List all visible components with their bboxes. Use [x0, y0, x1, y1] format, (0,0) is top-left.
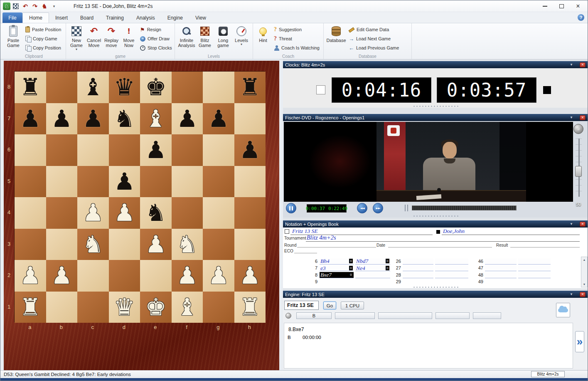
square-f7[interactable]: ♟ [172, 103, 203, 135]
move-cell[interactable] [403, 272, 433, 278]
clocks-panel-header[interactable]: Clocks: Blitz 4m+2s ▼ × [283, 61, 588, 68]
notation-panel-header[interactable]: Notation + Openings Book ▼ × [283, 220, 588, 228]
square-d6[interactable] [109, 134, 140, 166]
scroll-up-icon[interactable]: ▲ [583, 257, 586, 262]
square-e7[interactable]: ♝ [140, 103, 172, 135]
move-cell[interactable]: e30 [320, 265, 354, 271]
square-h2[interactable]: ♟ [234, 260, 266, 292]
square-e8[interactable]: ♚ [140, 72, 172, 103]
seek-grip[interactable] [405, 205, 408, 211]
white-player-checkbox[interactable] [285, 229, 289, 234]
move-cell[interactable] [435, 265, 468, 271]
move-cell[interactable] [518, 258, 551, 265]
square-c7[interactable]: ♟ [77, 103, 109, 135]
move-cell[interactable] [518, 279, 551, 285]
engine-name-box[interactable]: Fritz 13 SE [284, 301, 319, 310]
square-h5[interactable] [234, 166, 266, 198]
square-f8[interactable] [172, 72, 203, 103]
square-h4[interactable] [234, 197, 266, 229]
white-player-name[interactable]: Fritz 13 SE [292, 228, 318, 235]
column-header-3[interactable] [378, 312, 432, 319]
square-a1[interactable]: ♜ [15, 292, 46, 323]
minimize-button[interactable] [538, 2, 552, 11]
move-cell[interactable] [320, 279, 354, 285]
square-h6[interactable]: ♟ [234, 134, 266, 166]
close-button[interactable]: × [571, 2, 585, 11]
square-b3[interactable] [46, 229, 78, 260]
cancel-move-button[interactable]: ↶ Cancel Move [85, 25, 103, 54]
move-cell[interactable] [485, 279, 517, 285]
move-cell[interactable] [355, 272, 390, 278]
rewind-button[interactable]: ◄◄ [357, 203, 367, 213]
square-h1[interactable]: ♜ [234, 292, 266, 323]
square-a4[interactable] [15, 197, 46, 229]
square-a5[interactable] [15, 166, 46, 198]
pause-button[interactable] [286, 203, 296, 213]
square-f4[interactable] [172, 197, 203, 229]
move-cell[interactable] [485, 272, 517, 278]
infinite-analysis-button[interactable]: Infinite Analysis [177, 25, 196, 54]
tab-analysis[interactable]: Analysis [130, 12, 161, 23]
engine-menu-caret-icon[interactable]: ▼ [570, 292, 573, 296]
square-a2[interactable]: ♟ [15, 260, 46, 292]
tab-insert[interactable]: Insert [49, 12, 74, 23]
move-now-button[interactable]: ! Move Now [120, 25, 138, 54]
square-d5[interactable]: ♟ [109, 166, 140, 198]
go-button[interactable]: Go [323, 302, 336, 309]
move-cell-selected[interactable]: Bxe70 [320, 272, 354, 278]
video-resize-grip[interactable] [413, 215, 458, 217]
cloud-engine-button[interactable] [556, 303, 570, 317]
help-icon[interactable]: ? [578, 14, 584, 21]
square-a8[interactable]: ♜ [15, 72, 46, 103]
square-g3[interactable] [203, 229, 234, 260]
blitz-game-button[interactable]: Blitz Game [196, 25, 214, 54]
square-d4[interactable]: ♟ [109, 197, 140, 229]
column-header-b[interactable]: B [296, 312, 332, 319]
maximize-button[interactable] [554, 2, 568, 11]
tab-training[interactable]: Training [100, 12, 130, 23]
move-cell[interactable] [355, 279, 390, 285]
column-header-2[interactable] [335, 312, 375, 319]
seek-bar[interactable] [412, 205, 517, 210]
move-cell[interactable]: Nbd70 [355, 258, 390, 265]
edit-game-data-button[interactable]: Edit Game Data [349, 26, 389, 33]
offer-draw-button[interactable]: = Offer Draw [140, 35, 170, 42]
move-cell[interactable]: Ne40 [355, 265, 390, 271]
square-g7[interactable]: ♟ [203, 103, 234, 135]
square-b1[interactable] [46, 292, 78, 323]
levels-button[interactable]: Levels ▾ [232, 25, 251, 54]
fritz-knight-icon[interactable]: ♞ [40, 2, 49, 10]
clocks-resize-grip[interactable] [413, 105, 458, 107]
forward-button[interactable]: ►► [373, 203, 383, 213]
volume-slider-knob[interactable] [575, 166, 582, 177]
move-cell[interactable]: Bh40 [320, 258, 354, 265]
move-cell[interactable] [435, 272, 468, 278]
square-g8[interactable] [203, 72, 234, 103]
square-c5[interactable] [77, 166, 109, 198]
clocks-close-icon[interactable]: × [580, 62, 586, 67]
square-f2[interactable]: ♟ [172, 260, 203, 292]
video-menu-caret-icon[interactable]: ▼ [570, 116, 573, 119]
tab-view[interactable]: View [189, 12, 212, 23]
square-c4[interactable]: ♟ [77, 197, 109, 229]
square-g6[interactable] [203, 134, 234, 166]
stop-clocks-button[interactable]: Stop Clocks [140, 45, 172, 51]
square-g2[interactable]: ♟ [203, 260, 234, 292]
paste-game-button[interactable]: Paste Game [3, 25, 24, 54]
notation-menu-caret-icon[interactable]: ▼ [570, 222, 573, 226]
move-cell[interactable] [518, 265, 551, 271]
hint-button[interactable]: Hint [255, 25, 271, 54]
white-side-checkbox[interactable] [316, 85, 325, 94]
move-cell[interactable] [403, 265, 433, 271]
square-d7[interactable]: ♞ [109, 103, 140, 135]
square-c8[interactable]: ♝ [77, 72, 109, 103]
coach-is-watching-button[interactable]: Coach Is Watching [274, 45, 320, 51]
tab-engine[interactable]: Engine [161, 12, 189, 23]
square-b6[interactable] [46, 134, 78, 166]
load-previous-game-button[interactable]: ← Load Previous Game [349, 45, 399, 51]
video-frame[interactable] [284, 122, 573, 202]
black-player-name[interactable]: Doe,John [443, 228, 465, 235]
tab-home[interactable]: Home [22, 12, 49, 23]
square-e6[interactable]: ♟ [140, 134, 172, 166]
square-c2[interactable] [77, 260, 109, 292]
